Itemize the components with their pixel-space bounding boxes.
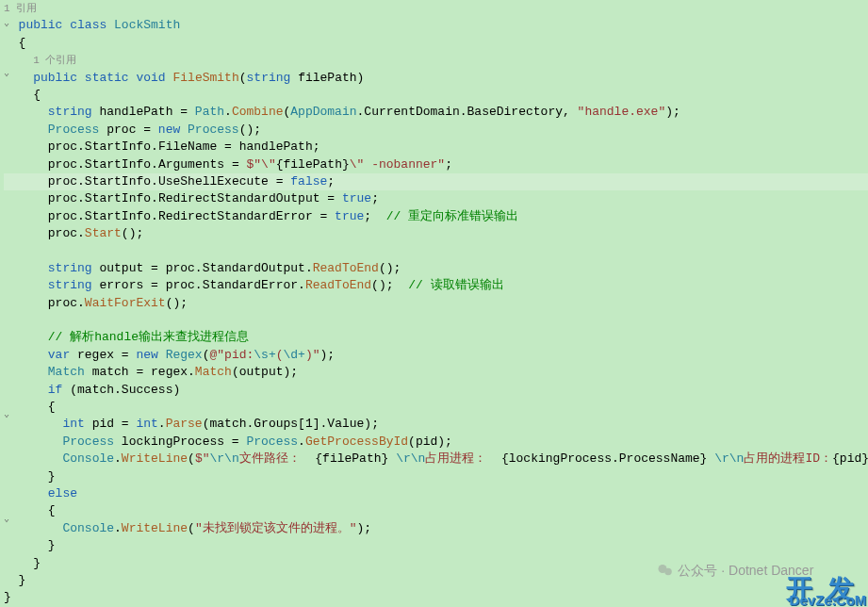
- code-line: {: [4, 87, 868, 104]
- code-area[interactable]: 1 引用 public class LockSmith { 1 个引用 publ…: [0, 0, 868, 607]
- code-line: proc.StartInfo.RedirectStandardError = t…: [4, 208, 868, 225]
- code-line: Process proc = new Process();: [4, 122, 868, 139]
- code-editor: ⌄ ⌄ ⌄ ⌄ 1 引用 public class LockSmith { 1 …: [0, 0, 868, 607]
- code-line: }: [4, 537, 868, 554]
- codelens-refs[interactable]: 1 个引用: [33, 55, 76, 66]
- wechat-icon: [657, 562, 674, 579]
- code-line: int pid = int.Parse(match.Groups[1].Valu…: [4, 416, 868, 433]
- codelens-refs[interactable]: 1 引用: [4, 3, 37, 14]
- code-line: else: [4, 485, 868, 502]
- svg-point-1: [665, 568, 673, 576]
- code-line: public static void FileSmith(string file…: [4, 70, 868, 87]
- code-line: public class LockSmith: [4, 17, 868, 34]
- code-line: proc.StartInfo.Arguments = $"\"{filePath…: [4, 156, 868, 173]
- code-line: string handlePath = Path.Combine(AppDoma…: [4, 104, 868, 121]
- code-line: {: [4, 399, 868, 416]
- code-line: proc.StartInfo.RedirectStandardOutput = …: [4, 190, 868, 207]
- code-line: proc.StartInfo.FileName = handlePath;: [4, 139, 868, 156]
- code-line: }: [4, 468, 868, 485]
- code-line: if (match.Success): [4, 382, 868, 399]
- code-line: string errors = proc.StandardError.ReadT…: [4, 277, 868, 294]
- code-line: {: [4, 502, 868, 519]
- code-line: }: [4, 589, 868, 606]
- code-line: {: [4, 35, 868, 52]
- site-logo-sub: DevZe.CoM: [790, 592, 867, 607]
- code-line: Console.WriteLine($"\r\n文件路径： {filePath}…: [4, 451, 868, 468]
- code-line: Process lockingProcess = Process.GetProc…: [4, 434, 868, 451]
- code-line: var regex = new Regex(@"pid:\s+(\d+)");: [4, 347, 868, 364]
- code-line: string output = proc.StandardOutput.Read…: [4, 260, 868, 277]
- code-line: proc.Start();: [4, 225, 868, 242]
- code-line-highlighted: proc.StartInfo.UseShellExecute = false;: [4, 173, 868, 190]
- code-line: Console.WriteLine("未找到锁定该文件的进程。");: [4, 520, 868, 537]
- code-line: Match match = regex.Match(output);: [4, 364, 868, 381]
- code-line: proc.WaitForExit();: [4, 295, 868, 312]
- code-line: // 解析handle输出来查找进程信息: [4, 329, 868, 346]
